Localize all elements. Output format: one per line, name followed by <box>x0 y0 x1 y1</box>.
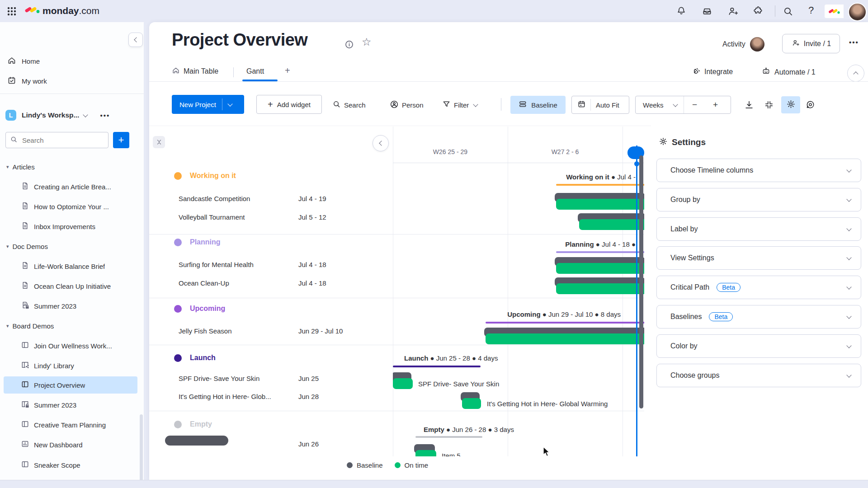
add-view-tab[interactable]: + <box>285 66 290 76</box>
tab-gantt[interactable]: Gantt <box>246 67 264 75</box>
notifications-bell-icon[interactable] <box>675 5 687 19</box>
task-bar[interactable] <box>486 333 644 344</box>
task-name[interactable]: It's Getting Hot in Here- Glob... <box>179 393 271 400</box>
sidebar-item-dashboard[interactable]: New Dashboard <box>0 436 144 454</box>
board-menu-dots[interactable]: ••• <box>849 38 859 46</box>
dragged-item-pill[interactable] <box>165 436 228 446</box>
export-download-icon[interactable] <box>744 100 754 112</box>
activity-button[interactable]: Activity <box>722 37 764 52</box>
collapse-table-button[interactable] <box>373 135 389 151</box>
sidebar-item-doc[interactable]: Creating an Article Brea... <box>0 178 144 196</box>
group-name[interactable]: Launch <box>190 354 216 362</box>
group-summary[interactable]: Upcoming ● Jun 29 - Jul 10 ● 8 days <box>507 310 621 318</box>
task-bar[interactable] <box>462 398 481 409</box>
sidebar-item-home[interactable]: Home <box>0 52 144 70</box>
task-bar[interactable] <box>556 263 644 274</box>
settings-card-view-settings[interactable]: View Settings <box>656 246 861 270</box>
settings-card-choose-groups[interactable]: Choose groups <box>656 364 861 387</box>
user-avatar[interactable] <box>848 3 867 21</box>
task-bar[interactable] <box>393 378 413 389</box>
settings-gear-button[interactable] <box>781 96 800 113</box>
task-dates[interactable]: Jul 4 - 18 <box>298 279 326 287</box>
person-filter-button[interactable]: Person <box>390 100 424 110</box>
sidebar-section-doc-demos[interactable]: ▾ Doc Demos <box>0 237 144 255</box>
group-name[interactable]: Empty <box>190 420 212 428</box>
baseline-toggle-button[interactable]: Baseline <box>510 96 566 114</box>
task-name[interactable]: SPF Drive- Save Your Skin <box>179 375 259 382</box>
workspace-header[interactable]: L Lindy's Worksp... ••• <box>0 106 144 124</box>
chevron-down-icon[interactable] <box>473 102 478 107</box>
task-dates[interactable]: Jun 26 <box>298 440 319 448</box>
help-icon[interactable]: ? <box>808 5 814 16</box>
group-summary-bar[interactable] <box>486 322 644 324</box>
caret-down-icon[interactable]: ▾ <box>6 244 9 249</box>
workspace-menu-dots-icon[interactable]: ••• <box>100 112 110 119</box>
zoom-level-select[interactable]: Weeks <box>636 101 684 109</box>
group-summary-bar[interactable] <box>393 366 481 367</box>
task-bar[interactable] <box>415 450 436 456</box>
integrate-button[interactable]: Integrate <box>692 66 733 77</box>
sidebar-item-doc[interactable]: How to Optomize Your ... <box>0 197 144 216</box>
task-dates[interactable]: Jul 4 - 18 <box>298 261 326 268</box>
sidebar-section-articles[interactable]: ▾ Articles <box>0 158 144 176</box>
settings-card-color-by[interactable]: Color by <box>656 334 861 358</box>
task-bar[interactable] <box>579 219 644 230</box>
task-name[interactable]: Volleyball Tournament <box>179 213 245 221</box>
task-dates[interactable]: Jun 25 <box>298 375 319 382</box>
task-name[interactable]: Sandcastle Competition <box>179 195 250 202</box>
task-name[interactable]: Jelly Fish Season <box>179 327 232 335</box>
workspace-chevron-down-icon[interactable] <box>83 112 88 117</box>
feedback-bubble-icon[interactable] <box>806 100 815 111</box>
new-project-button[interactable]: New Project <box>172 95 244 114</box>
group-summary[interactable]: Launch ● Jun 25 - 28 ● 4 days <box>404 354 498 362</box>
sidebar-scrollbar[interactable] <box>140 414 143 488</box>
collapse-header-button[interactable] <box>847 65 864 82</box>
sidebar-item-board-shared[interactable]: Lindy' Library <box>0 357 144 375</box>
sidebar-item-board[interactable]: Creative Team Planning <box>0 416 144 434</box>
group-name[interactable]: Working on it <box>190 172 236 180</box>
fit-screen-icon[interactable] <box>764 100 774 112</box>
group-name[interactable]: Upcoming <box>190 305 225 313</box>
apps-grid-icon[interactable] <box>6 6 17 17</box>
sidebar-item-doc[interactable]: Life-Work Balance Brief <box>0 257 144 275</box>
sidebar-search-box[interactable] <box>5 132 108 148</box>
filter-button[interactable]: Filter <box>442 100 477 110</box>
chevron-down-icon[interactable] <box>227 101 232 106</box>
sidebar-section-board-demos[interactable]: ▾ Board Demos <box>0 317 144 335</box>
collapse-all-groups-button[interactable] <box>153 136 165 148</box>
task-name[interactable]: Ocean Clean-Up <box>179 279 229 287</box>
task-dates[interactable]: Jun 28 <box>298 393 319 400</box>
group-name[interactable]: Planning <box>190 238 221 246</box>
search-button[interactable]: Search <box>332 100 366 110</box>
group-summary[interactable]: Working on it ● Jul 4 - <box>566 173 636 181</box>
favorite-star-icon[interactable]: ☆ <box>362 36 372 48</box>
sidebar-item-doc[interactable]: Ocean Clean Up Initiative <box>0 277 144 295</box>
gantt-chart[interactable]: W26 25 - 29 W27 2 - 6 Working on it ● Ju… <box>393 127 644 456</box>
global-search-icon[interactable] <box>782 5 794 19</box>
gantt-vertical-scrollbar[interactable] <box>639 155 643 408</box>
sidebar-item-board[interactable]: Join Our Wellness Work... <box>0 337 144 355</box>
zoom-out-button[interactable]: − <box>684 100 706 110</box>
automate-button[interactable]: Automate / 1 <box>761 66 816 78</box>
board-info-icon[interactable] <box>344 40 354 51</box>
zoom-in-button[interactable]: + <box>706 100 726 110</box>
sidebar-item-board[interactable]: Sneaker Scope <box>0 456 144 474</box>
collapse-sidebar-button[interactable] <box>128 33 143 47</box>
auto-fit-button[interactable]: Auto Fit <box>571 96 629 114</box>
group-summary-bar[interactable] <box>415 436 482 438</box>
caret-down-icon[interactable]: ▾ <box>6 164 9 170</box>
sidebar-item-my-work[interactable]: My work <box>0 72 144 90</box>
settings-card-baselines[interactable]: Baselines Beta <box>656 305 861 328</box>
settings-card-group-by[interactable]: Group by <box>656 188 861 211</box>
group-summary-bar[interactable] <box>556 251 644 253</box>
task-dates[interactable]: Jul 4 - 19 <box>298 195 326 202</box>
group-summary-bar[interactable] <box>556 184 644 186</box>
task-bar[interactable] <box>556 199 644 210</box>
add-board-button[interactable]: + <box>113 132 129 148</box>
sidebar-search-input[interactable] <box>21 136 100 145</box>
sidebar-item-doc[interactable]: Inbox Improvements <box>0 217 144 235</box>
task-dates[interactable]: Jun 29 - Jul 10 <box>298 327 343 335</box>
inbox-tray-icon[interactable] <box>701 5 713 19</box>
task-name[interactable]: Surfing for Mental Health <box>179 261 254 268</box>
sidebar-item-doc-locked[interactable]: Summer 2023 <box>0 297 144 315</box>
